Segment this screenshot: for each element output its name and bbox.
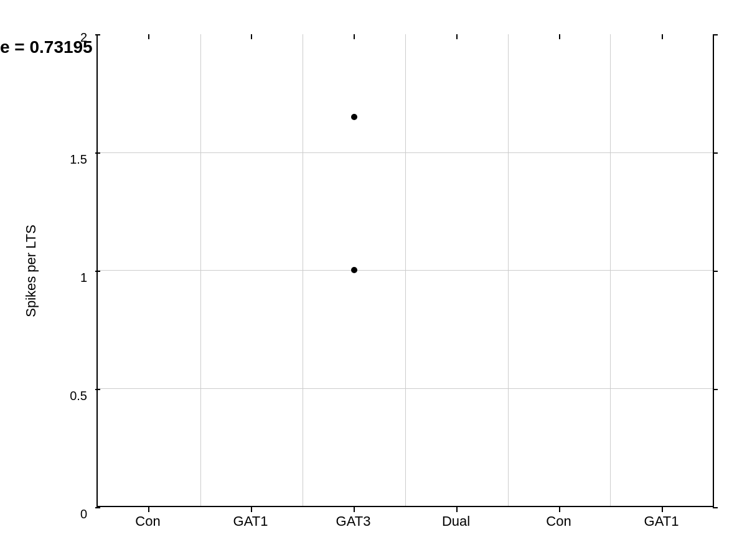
tick-top-1 — [148, 34, 149, 39]
tick-left-0 — [95, 507, 100, 508]
y-label-1-5: 1.5 — [70, 152, 87, 167]
tick-bottom-6 — [662, 507, 663, 512]
tick-bottom-2 — [251, 507, 252, 512]
x-label-con-2: Con — [507, 513, 610, 530]
tick-bottom-3 — [354, 507, 355, 512]
grid-line-v-5 — [610, 34, 611, 506]
y-label-2: 2 — [80, 30, 87, 38]
x-label-gat3: GAT3 — [302, 513, 405, 530]
grid-line-v-1 — [200, 34, 201, 506]
tick-left-1-5 — [95, 152, 100, 154]
tick-top-2 — [251, 34, 252, 39]
tick-right-1-5 — [713, 152, 718, 154]
x-axis: Con GAT1 GAT3 Dual Con GAT1 — [96, 513, 713, 530]
x-label-dual: Dual — [405, 513, 507, 530]
x-label-con-1: Con — [96, 513, 199, 530]
grid-line-v-3 — [405, 34, 406, 506]
x-label-gat1-2: GAT1 — [610, 513, 713, 530]
tick-top-3 — [354, 34, 355, 39]
tick-top-5 — [559, 34, 560, 39]
chart-container: e = 0.73195 Spikes per LTS 2 1.5 — [0, 0, 747, 560]
tick-right-0-5 — [713, 389, 718, 390]
data-point-1 — [351, 267, 357, 273]
tick-left-1 — [95, 271, 100, 272]
y-label-1: 1 — [80, 271, 87, 285]
y-axis: 2 1.5 1 0.5 0 — [0, 34, 96, 507]
tick-right-0 — [713, 507, 718, 508]
y-label-0-5: 0.5 — [70, 389, 87, 403]
grid-line-v-4 — [508, 34, 509, 506]
plot-area — [96, 34, 713, 507]
tick-left-0-5 — [95, 389, 100, 390]
tick-left-2 — [95, 34, 100, 35]
grid-line-v-2 — [303, 34, 303, 506]
tick-bottom-4 — [456, 507, 458, 512]
tick-top-6 — [662, 34, 663, 39]
tick-top-4 — [456, 34, 458, 39]
data-point-2 — [351, 114, 357, 120]
tick-bottom-5 — [559, 507, 560, 512]
y-label-0: 0 — [80, 507, 87, 521]
tick-bottom-1 — [148, 507, 149, 512]
tick-right-1 — [713, 271, 718, 272]
x-label-gat1-1: GAT1 — [199, 513, 302, 530]
tick-right-2 — [713, 34, 718, 35]
